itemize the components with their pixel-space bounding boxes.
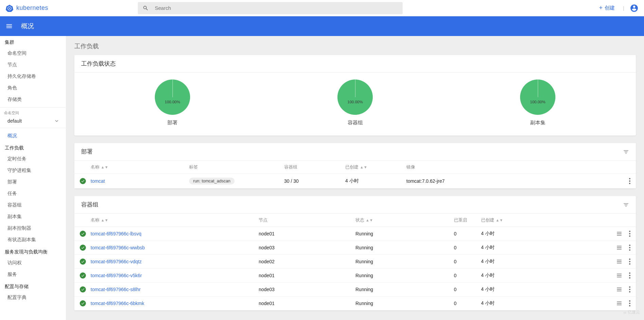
pod-restarts: 0 [454,259,481,264]
pod-row: tomcat-6f697966c-lbsvq node01 Running 0 … [74,227,636,241]
pod-row: tomcat-6f697966c-wwbsb node03 Running 0 … [74,241,636,255]
more-icon[interactable] [629,178,630,184]
search-input[interactable] [155,5,398,11]
created-time: 4 小时 [345,178,406,184]
filter-icon[interactable] [623,149,629,155]
pod-restarts: 0 [454,231,481,236]
create-button[interactable]: + 创建 [596,3,618,13]
more-icon[interactable] [629,259,630,265]
pod-link[interactable]: tomcat-6f697966c-vdqtz [91,259,142,264]
sidebar-item-workload-3[interactable]: 任务 [0,188,66,199]
sidebar-item-cluster-3[interactable]: 角色 [0,82,66,94]
col-pods[interactable]: 容器组 [284,164,297,170]
kubernetes-logo-icon [5,4,14,12]
pod-status: Running [355,301,454,306]
pod-row: tomcat-6f697966c-v5k6r node01 Running 0 … [74,269,636,283]
plus-icon: + [599,4,603,12]
image-name: tomcat:7.0.62-jre7 [406,178,629,184]
pie-chart-icon: 100.00% [155,79,190,115]
sidebar-item-cluster-0[interactable]: 命名空间 [0,48,66,59]
logs-icon[interactable] [616,231,622,237]
sidebar-section-config[interactable]: 配置与存储 [0,280,66,292]
sidebar-item-workload-7[interactable]: 有状态副本集 [0,234,66,246]
pod-node: node03 [259,245,355,250]
workload-status-title: 工作负载状态 [74,55,636,73]
filter-icon[interactable] [623,202,629,208]
pods-card: 容器组 名称▲▼ 节点 状态▲▼ 已重启 已创建▲▼ tomcat-6f6979… [74,196,636,310]
logs-icon[interactable] [616,245,622,251]
sidebar-item-workload-2[interactable]: 部署 [0,176,66,188]
sidebar-section-cluster[interactable]: 集群 [0,36,66,48]
col-status[interactable]: 状态 [355,217,364,223]
pod-restarts: 0 [454,245,481,250]
col-created[interactable]: 已创建 [345,164,358,170]
col-labels[interactable]: 标签 [189,164,198,170]
col-name[interactable]: 名称 [91,164,99,170]
pod-link[interactable]: tomcat-6f697966c-v5k6r [91,273,142,278]
logs-icon[interactable] [616,272,622,279]
main-content: 工作负载 工作负载状态 100.00% 部署 100.00% 容器组 100.0… [66,36,644,320]
search-box[interactable] [138,2,403,14]
sidebar-item-discovery-0[interactable]: 访问权 [0,257,66,269]
more-icon[interactable] [629,245,630,251]
sidebar-item-cluster-1[interactable]: 节点 [0,59,66,71]
col-name[interactable]: 名称 [91,217,99,223]
col-restarts[interactable]: 已重启 [454,217,467,223]
logs-icon[interactable] [616,259,622,265]
chart-1: 100.00% 容器组 [337,79,373,126]
deployments-card: 部署 名称▲▼ 标签 容器组 已创建▲▼ 镜像 tomcat run: tomc… [74,143,636,189]
account-icon[interactable] [630,4,639,13]
pod-created: 4 小时 [481,286,510,292]
pod-row: tomcat-6f697966c-6bkmk node01 Running 0 … [74,297,636,310]
more-icon[interactable] [629,286,630,292]
chart-label: 副本集 [520,120,555,126]
sidebar-item-workload-5[interactable]: 副本集 [0,211,66,223]
logs-icon[interactable] [616,300,622,306]
sidebar-item-workload-1[interactable]: 守护进程集 [0,165,66,176]
pod-link[interactable]: tomcat-6f697966c-wwbsb [91,245,145,250]
sidebar-item-workload-4[interactable]: 容器组 [0,199,66,211]
col-created[interactable]: 已创建 [481,217,494,223]
sidebar-item-workload-6[interactable]: 副本控制器 [0,223,66,234]
deployment-link[interactable]: tomcat [91,178,105,184]
sidebar-item-cluster-2[interactable]: 持久化存储卷 [0,71,66,82]
namespace-select[interactable]: default [4,117,62,125]
sidebar-item-config-0[interactable]: 配置字典 [0,292,66,303]
pod-restarts: 0 [454,287,481,292]
more-icon[interactable] [629,272,630,279]
logs-icon[interactable] [616,286,622,292]
col-images[interactable]: 镜像 [406,164,415,170]
hamburger-menu-icon[interactable] [5,22,13,30]
pods-count: 30 / 30 [284,178,345,184]
workload-status-card: 工作负载状态 100.00% 部署 100.00% 容器组 100.00% 副本… [74,55,636,136]
sidebar-section-discovery[interactable]: 服务发现与负载均衡 [0,246,66,257]
sidebar-item-cluster-4[interactable]: 存储类 [0,94,66,105]
watermark: ∞亿速云 [623,309,640,315]
pod-created: 4 小时 [481,231,510,237]
namespace-selected: default [7,118,22,124]
pod-link[interactable]: tomcat-6f697966c-lbsvq [91,231,141,236]
pods-table-header: 名称▲▼ 节点 状态▲▼ 已重启 已创建▲▼ [74,214,636,227]
pod-link[interactable]: tomcat-6f697966c-s8lhr [91,287,141,292]
deployments-table-header: 名称▲▼ 标签 容器组 已创建▲▼ 镜像 [74,161,636,174]
pod-restarts: 0 [454,273,481,278]
pod-node: node01 [259,301,355,306]
col-node[interactable]: 节点 [259,217,268,223]
pod-status: Running [355,287,454,292]
sidebar-item-discovery-1[interactable]: 服务 [0,269,66,280]
sidebar: 集群 命名空间节点持久化存储卷角色存储类 命名空间 default 概况 工作负… [0,36,66,320]
pie-chart-icon: 100.00% [337,79,373,115]
pod-status: Running [355,259,454,264]
namespace-selector-block: 命名空间 default [0,107,66,128]
sidebar-item-workload-0[interactable]: 定时任务 [0,153,66,165]
more-icon[interactable] [629,231,630,237]
pod-link[interactable]: tomcat-6f697966c-6bkmk [91,301,144,306]
sidebar-section-workloads[interactable]: 工作负载 [0,142,66,153]
pods-title: 容器组 [81,201,98,209]
more-icon[interactable] [629,300,630,306]
label-chip: run: tomcat_adscan [189,178,235,184]
brand-area: kubernetes [5,4,138,12]
create-label: 创建 [605,5,615,11]
status-ok-icon [80,286,86,292]
sidebar-item-overview[interactable]: 概况 [0,130,66,142]
